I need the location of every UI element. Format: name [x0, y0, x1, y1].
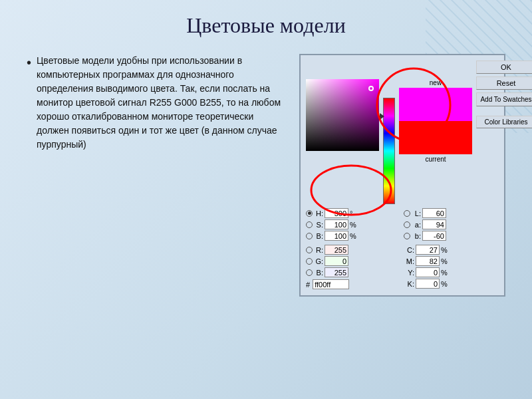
input-B[interactable]: [325, 231, 348, 241]
unit-S: %: [350, 221, 358, 229]
field-row-a: a:: [404, 219, 499, 229]
slide: Цветовые модели • Цветовые модели удобны…: [0, 0, 532, 399]
hash-symbol: #: [306, 281, 310, 289]
fields-left: H: ° S: % B:: [306, 208, 401, 290]
field-row-S: S: %: [306, 219, 401, 229]
input-S[interactable]: [325, 219, 348, 229]
input-M[interactable]: [416, 256, 440, 266]
hash-row: #: [306, 279, 401, 289]
label-Bv: B:: [314, 269, 323, 277]
radio-R[interactable]: [306, 247, 313, 253]
fields-area: H: ° S: % B:: [306, 208, 499, 290]
field-row-Bv: B:: [306, 267, 401, 277]
reset-button[interactable]: Reset: [476, 76, 532, 90]
sat-cursor: [368, 86, 374, 91]
input-K[interactable]: [416, 279, 440, 289]
field-row-L: L:: [404, 208, 499, 218]
field-row-B: B: %: [306, 231, 401, 241]
label-R: R:: [314, 246, 323, 254]
field-row-M: M: %: [404, 256, 499, 266]
field-row-b2: b:: [404, 231, 499, 241]
label-current: current: [399, 156, 472, 163]
input-L[interactable]: [422, 208, 446, 218]
label-K: K:: [404, 280, 414, 288]
label-G: G:: [314, 257, 323, 265]
input-C[interactable]: [416, 245, 440, 255]
input-H[interactable]: [325, 208, 348, 218]
input-b2[interactable]: [422, 231, 446, 241]
unit-B: %: [350, 232, 358, 240]
field-row-G: G:: [306, 256, 401, 266]
color-preview-area: new current: [399, 79, 472, 204]
color-picker-dialog: new current OK Reset Add To Swatches Col…: [299, 54, 505, 297]
unit-M: %: [441, 257, 449, 265]
picker-top: new current OK Reset Add To Swatches Col…: [306, 61, 499, 204]
color-picker-wrapper: new current OK Reset Add To Swatches Col…: [299, 54, 505, 297]
spectrum-arrow: [380, 113, 384, 120]
label-S: S:: [314, 221, 323, 229]
text-column: • Цветовые модели удобны при использован…: [27, 54, 286, 152]
spectrum-bar[interactable]: [383, 98, 395, 204]
color-libraries-button[interactable]: Color Libraries: [476, 116, 532, 128]
hex-input[interactable]: [313, 279, 349, 289]
field-row-K: K: %: [404, 279, 499, 289]
label-new: new: [399, 79, 472, 86]
radio-L[interactable]: [404, 210, 410, 217]
label-M: M:: [404, 257, 414, 265]
label-L: L:: [412, 209, 421, 217]
field-row-R: R:: [306, 245, 401, 255]
radio-B[interactable]: [306, 233, 313, 239]
unit-H: °: [350, 209, 358, 217]
label-Y: Y:: [404, 269, 414, 277]
input-G[interactable]: [325, 256, 348, 266]
color-new: [399, 88, 472, 121]
label-B: B:: [314, 232, 323, 240]
fields-right: L: a: b:: [404, 208, 499, 290]
bullet-text: Цветовые модели удобны при использовании…: [37, 54, 286, 152]
unit-C: %: [441, 246, 449, 254]
radio-S[interactable]: [306, 221, 313, 228]
ok-button[interactable]: OK: [476, 61, 532, 74]
input-R[interactable]: [325, 245, 348, 255]
input-Y[interactable]: [416, 267, 440, 277]
field-row-H: H: °: [306, 208, 401, 218]
buttons-column: OK Reset Add To Swatches Color Libraries: [476, 61, 532, 204]
unit-Y: %: [441, 269, 449, 277]
unit-K: %: [441, 280, 449, 288]
bullet-item: • Цветовые модели удобны при использован…: [27, 54, 286, 152]
add-to-swatches-button[interactable]: Add To Swatches: [476, 92, 532, 106]
input-Bv[interactable]: [325, 267, 348, 277]
label-H: H:: [314, 209, 323, 217]
field-row-Y: Y: %: [404, 267, 499, 277]
bullet-dot: •: [27, 54, 31, 71]
label-a: a:: [412, 221, 421, 229]
radio-b2[interactable]: [404, 233, 410, 239]
saturation-box[interactable]: [306, 79, 379, 151]
field-row-C: C: %: [404, 245, 499, 255]
input-a[interactable]: [422, 219, 446, 229]
radio-a[interactable]: [404, 221, 410, 228]
radio-G[interactable]: [306, 258, 313, 265]
content-area: • Цветовые модели удобны при использован…: [27, 54, 505, 297]
radio-Bv[interactable]: [306, 269, 313, 276]
label-C: C:: [404, 246, 414, 254]
label-b2: b:: [412, 232, 421, 240]
radio-H[interactable]: [306, 210, 313, 217]
color-current: [399, 121, 472, 154]
